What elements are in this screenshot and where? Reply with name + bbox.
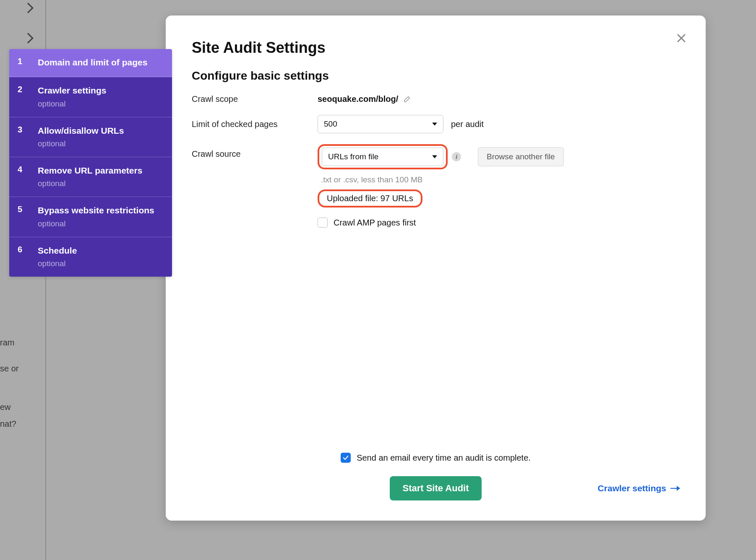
step-sublabel: optional [38, 139, 164, 148]
wizard-step-crawler-settings[interactable]: 2 Crawler settings optional [9, 77, 172, 117]
step-label: Crawler settings [38, 85, 164, 96]
crawl-source-select[interactable]: URLs from file [322, 148, 443, 166]
step-label: Remove URL parameters [38, 165, 164, 176]
edit-crawl-scope-button[interactable] [402, 96, 411, 104]
step-number: 4 [18, 165, 38, 188]
next-label: Crawler settings [598, 483, 666, 493]
chevron-down-icon [432, 156, 437, 158]
crawl-scope-label: Crawl scope [192, 94, 318, 104]
step-label: Bypass website restrictions [38, 205, 164, 216]
start-label: Start Site Audit [402, 483, 469, 493]
amp-label: Crawl AMP pages first [334, 218, 416, 228]
row-crawl-source: Crawl source URLs from file i Browse ano… [192, 144, 680, 228]
wizard-step-remove-params[interactable]: 4 Remove URL parameters optional [9, 157, 172, 197]
crawl-scope-value: seoquake.com/blog/ [318, 94, 398, 104]
action-row: Start Site Audit Crawler settings [192, 476, 680, 500]
row-limit-pages: Limit of checked pages 500 per audit [192, 115, 680, 133]
close-button[interactable] [673, 30, 690, 47]
site-audit-settings-modal: Site Audit Settings Configure basic sett… [166, 16, 706, 521]
source-value: URLs from file [328, 152, 378, 161]
step-sublabel: optional [38, 179, 164, 188]
step-number: 6 [18, 245, 38, 268]
browse-label: Browse another file [487, 152, 555, 161]
file-hint-text: .txt or .csv, less than 100 MB [318, 175, 564, 184]
step-label: Domain and limit of pages [38, 57, 164, 68]
close-icon [675, 32, 687, 44]
uploaded-file-text: Uploaded file: 97 URLs [327, 194, 413, 203]
wizard-step-allow-disallow[interactable]: 3 Allow/disallow URLs optional [9, 117, 172, 157]
step-sublabel: optional [38, 259, 164, 268]
check-icon [342, 454, 349, 461]
browse-file-button[interactable]: Browse another file [478, 147, 564, 166]
step-sublabel: optional [38, 99, 164, 109]
amp-row: Crawl AMP pages first [318, 218, 564, 228]
wizard-step-domain-limit[interactable]: 1 Domain and limit of pages [9, 49, 172, 77]
limit-select[interactable]: 500 [318, 115, 443, 133]
limit-suffix: per audit [451, 119, 484, 129]
start-site-audit-button[interactable]: Start Site Audit [390, 476, 481, 500]
step-label: Schedule [38, 245, 164, 257]
step-number: 2 [18, 85, 38, 108]
row-crawl-scope: Crawl scope seoquake.com/blog/ [192, 94, 680, 104]
email-notify-checkbox[interactable] [341, 453, 351, 463]
step-number: 5 [18, 205, 38, 228]
source-label: Crawl source [192, 144, 318, 159]
info-icon[interactable]: i [452, 152, 461, 161]
step-number: 1 [18, 57, 38, 68]
modal-title: Site Audit Settings [192, 39, 680, 57]
highlight-crawl-source: URLs from file [318, 144, 448, 169]
limit-value: 500 [324, 119, 337, 129]
pencil-icon [402, 96, 411, 104]
crawl-amp-checkbox[interactable] [318, 218, 328, 228]
step-number: 3 [18, 125, 38, 148]
wizard-step-schedule[interactable]: 6 Schedule optional [9, 237, 172, 277]
highlight-uploaded-file: Uploaded file: 97 URLs [318, 189, 422, 207]
modal-footer: Send an email every time an audit is com… [192, 453, 680, 500]
wizard-step-bypass-restrictions[interactable]: 5 Bypass website restrictions optional [9, 197, 172, 237]
chevron-down-icon [432, 123, 437, 126]
step-label: Allow/disallow URLs [38, 125, 164, 137]
wizard-steps: 1 Domain and limit of pages 2 Crawler se… [9, 49, 172, 277]
email-label: Send an email every time an audit is com… [357, 453, 531, 463]
limit-label: Limit of checked pages [192, 119, 318, 129]
arrow-right-icon [670, 488, 680, 489]
email-row: Send an email every time an audit is com… [192, 453, 680, 463]
crawler-settings-link[interactable]: Crawler settings [598, 483, 680, 493]
section-heading: Configure basic settings [192, 69, 680, 83]
step-sublabel: optional [38, 219, 164, 228]
